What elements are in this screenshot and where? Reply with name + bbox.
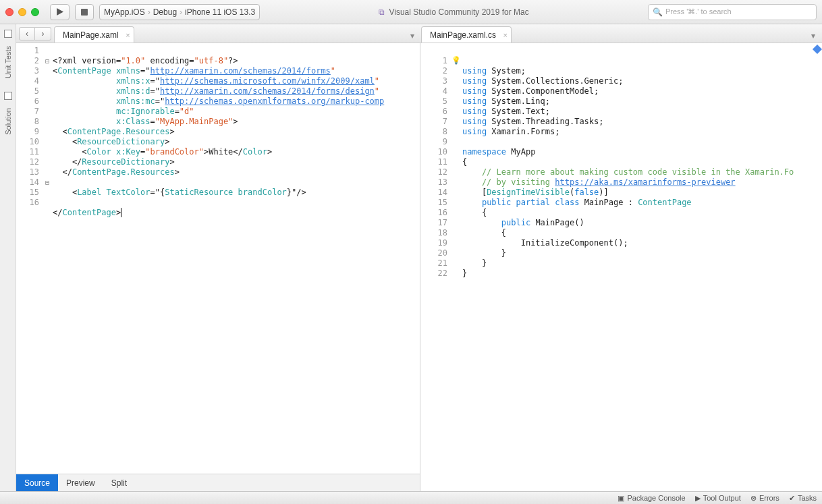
status-bar: ▣Package Console ▶Tool Output ⊗Errors ✔T… — [0, 491, 822, 504]
tab-dropdown-right[interactable]: ▾ — [807, 29, 819, 43]
status-tool-output[interactable]: ▶Tool Output — [695, 494, 741, 503]
document-toolbar: ‹ › MainPage.xaml × ▾ MainPage.xaml.cs ×… — [16, 24, 822, 43]
status-tasks[interactable]: ✔Tasks — [789, 494, 817, 503]
close-window-button[interactable] — [5, 8, 13, 16]
right-tab-row: MainPage.xaml.cs × ▾ — [421, 24, 819, 43]
lightbulb-icon[interactable]: 💡 — [451, 56, 461, 65]
app-title: ⧉ Visual Studio Community 2019 for Mac — [265, 7, 642, 17]
console-icon: ▣ — [618, 494, 624, 503]
svg-marker-0 — [57, 8, 63, 16]
tab-label: MainPage.xaml.cs — [430, 30, 496, 40]
tab-mainpage-xaml-cs[interactable]: MainPage.xaml.cs × — [421, 26, 512, 43]
play-icon: ▶ — [695, 494, 701, 503]
device-crumb: iPhone 11 iOS 13.3 — [185, 7, 255, 17]
view-tabs: Source Preview Split — [16, 474, 420, 491]
editor-split: 12345678910111213141516 ⊟ ⊟ <?xml versio… — [16, 43, 822, 491]
chevron-right-icon: › — [180, 7, 182, 17]
solution-icon[interactable] — [4, 92, 12, 100]
search-icon: 🔍 — [653, 7, 663, 17]
fold-toggle[interactable]: ⊟ — [43, 177, 51, 188]
chevron-right-icon: › — [148, 7, 150, 17]
run-config-selector[interactable]: MyApp.iOS › Debug › iPhone 11 iOS 13.3 — [99, 4, 260, 20]
tab-mainpage-xaml[interactable]: MainPage.xaml × — [54, 26, 134, 43]
left-tool-strip: Unit Tests Solution — [0, 24, 16, 491]
nav-forward-button[interactable]: › — [35, 27, 51, 40]
view-tab-source[interactable]: Source — [16, 474, 58, 491]
search-placeholder: Press '⌘.' to search — [665, 7, 732, 16]
fold-toggle[interactable]: ⊟ — [43, 56, 51, 66]
search-input[interactable]: 🔍 Press '⌘.' to search — [648, 4, 817, 20]
line-gutter-right: 12345678910111213141516171819202122 — [420, 43, 451, 491]
nav-buttons: ‹ › — [19, 27, 51, 40]
tab-dropdown-left[interactable]: ▾ — [406, 29, 418, 43]
code-area-right[interactable]: using System; using System.Collections.G… — [461, 43, 822, 491]
line-gutter-left: 12345678910111213141516 — [16, 43, 43, 491]
check-icon: ✔ — [789, 494, 795, 503]
close-icon[interactable]: × — [126, 31, 130, 39]
vs-logo-icon: ⧉ — [379, 7, 385, 17]
solution-tab[interactable]: Solution — [4, 108, 12, 135]
zoom-window-button[interactable] — [31, 8, 39, 16]
left-tab-row: MainPage.xaml × ▾ — [54, 24, 418, 43]
error-icon: ⊗ — [750, 494, 757, 503]
config-crumb: Debug — [153, 7, 177, 17]
status-package-console[interactable]: ▣Package Console — [618, 494, 685, 503]
view-tab-split[interactable]: Split — [103, 474, 135, 491]
right-editor-pane: 12345678910111213141516171819202122 💡 us… — [420, 43, 822, 491]
unit-tests-tab[interactable]: Unit Tests — [4, 46, 12, 78]
left-editor-pane: 12345678910111213141516 ⊟ ⊟ <?xml versio… — [16, 43, 420, 491]
play-icon — [56, 8, 63, 16]
view-tab-preview[interactable]: Preview — [58, 474, 103, 491]
text-cursor — [121, 208, 121, 217]
workspace: ‹ › MainPage.xaml × ▾ MainPage.xaml.cs ×… — [16, 24, 822, 491]
run-button[interactable] — [50, 4, 70, 20]
close-icon[interactable]: × — [503, 31, 508, 39]
fold-column-left: ⊟ ⊟ — [43, 43, 51, 491]
minimize-window-button[interactable] — [18, 8, 26, 16]
stop-icon — [81, 9, 88, 16]
code-area-left[interactable]: <?xml version="1.0" encoding="utf-8"?> <… — [51, 43, 420, 491]
window-controls — [5, 8, 39, 16]
project-crumb: MyApp.iOS — [104, 7, 145, 17]
unit-tests-icon[interactable] — [4, 30, 12, 38]
status-errors[interactable]: ⊗Errors — [750, 494, 779, 503]
titlebar: MyApp.iOS › Debug › iPhone 11 iOS 13.3 ⧉… — [0, 0, 822, 24]
tab-label: MainPage.xaml — [63, 30, 119, 40]
nav-back-button[interactable]: ‹ — [19, 27, 35, 40]
stop-button[interactable] — [75, 4, 94, 20]
